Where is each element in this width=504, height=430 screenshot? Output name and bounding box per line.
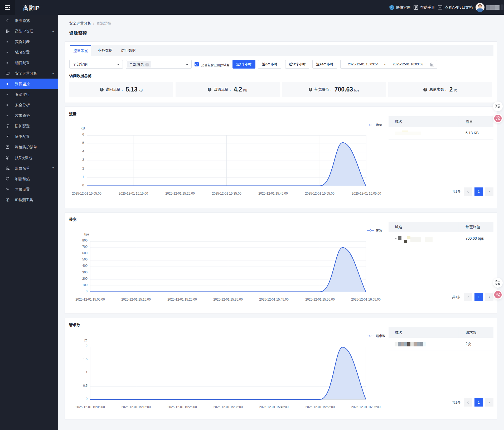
svg-text:IP: IP [7, 199, 9, 201]
